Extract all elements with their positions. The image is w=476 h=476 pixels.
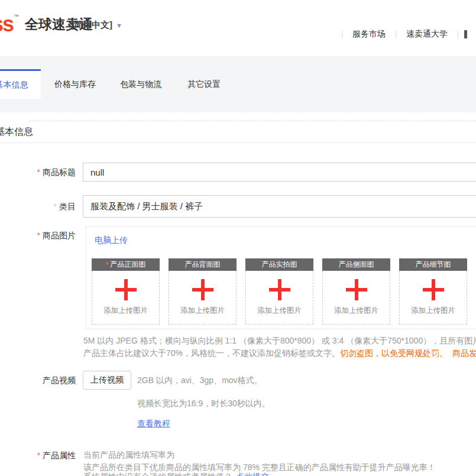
nav-item-university[interactable]: 速卖通大学 — [406, 29, 448, 40]
image-guideline-note: 产品主体占比建议大于70%，风格统一，不建议添加促销标签或文字。切勿盗图，以免受… — [83, 348, 476, 359]
section-title: 基本信息 — [0, 126, 33, 138]
label-text: 产品属性 — [43, 451, 76, 460]
slot-title: 产品细节图 — [416, 260, 451, 270]
label-text: 商品标题 — [43, 167, 76, 177]
slot-header: 产品实拍图 — [245, 258, 313, 271]
required-asterisk: * — [54, 202, 57, 211]
slot-title: 产品实拍图 — [262, 260, 297, 270]
tab-label: 基本信息 — [0, 80, 28, 90]
add-image-plus-icon — [115, 279, 137, 300]
required-asterisk: * — [37, 231, 40, 240]
image-slot-real-shot[interactable]: 产品实拍图 添加上传图片 — [245, 258, 313, 325]
slot-header: *产品正面图 — [92, 258, 160, 271]
required-asterisk: * — [37, 167, 40, 177]
upload-video-button[interactable]: 上传视频 — [83, 371, 131, 390]
dashed-divider — [30, 121, 476, 121]
slot-dropzone[interactable]: 添加上传图片 — [399, 271, 467, 325]
add-image-label: 添加上传图片 — [103, 306, 148, 316]
language-selector[interactable]: [简体中文]▼ — [71, 20, 122, 31]
guideline-text: 产品主体占比建议大于70%，风格统一，不建议添加促销标签或文字。 — [83, 348, 340, 358]
label-text: 商品图片 — [43, 231, 76, 240]
add-image-label: 添加上传图片 — [257, 306, 302, 316]
nav-divider — [458, 31, 458, 38]
product-title-label: *商品标题 — [0, 167, 76, 178]
slot-title: 产品背面图 — [185, 260, 221, 270]
add-image-label: 添加上传图片 — [334, 306, 378, 316]
add-image-plus-icon — [423, 279, 444, 300]
product-publish-page: ss™全球速卖通 [简体中文]▼ 服务市场 速卖通大学 基本信息 价格与库存 包… — [0, 0, 476, 476]
image-slot-back[interactable]: 产品背面图 添加上传图片 — [169, 258, 237, 325]
logo-wordmark: ss — [0, 12, 13, 36]
slot-dropzone[interactable]: 添加上传图片 — [169, 271, 237, 325]
slot-title: 产品侧面图 — [339, 260, 374, 270]
product-images-label: *商品图片 — [0, 231, 76, 241]
tab-basic-info[interactable]: 基本信息 — [0, 69, 41, 99]
anti-piracy-warning: 切勿盗图，以免受网规处罚。 — [340, 348, 448, 358]
view-tutorial-link[interactable]: 查看教程 — [137, 419, 170, 429]
top-nav: 服务市场 速卖通大学 — [342, 29, 467, 40]
image-slot-side[interactable]: 产品侧面图 添加上传图片 — [322, 258, 390, 325]
video-format-hint: 2GB 以内，avi、3gp、mov格式。 — [137, 375, 263, 386]
publish-rules-link[interactable]: 商品发布规 — [452, 348, 476, 358]
product-attributes-label: *产品属性 — [0, 451, 76, 461]
chevron-down-icon: ▼ — [116, 22, 122, 29]
computer-upload-link[interactable]: 电脑上传 — [95, 235, 128, 246]
nav-divider — [342, 31, 342, 38]
section-divider — [0, 143, 476, 143]
tab-packaging-logistics[interactable]: 包装与物流 — [120, 69, 161, 99]
add-image-plus-icon — [269, 279, 290, 300]
image-slot-detail[interactable]: 产品细节图 添加上传图片 — [399, 258, 467, 325]
missing-attribute-text: 系统属性中没有合适的属性或者属性值？ — [83, 472, 232, 476]
label-text: 类目 — [59, 202, 76, 211]
slot-dropzone[interactable]: 添加上传图片 — [92, 271, 160, 325]
tab-price-stock[interactable]: 价格与库存 — [54, 69, 96, 99]
slot-dropzone[interactable]: 添加上传图片 — [322, 271, 390, 325]
add-image-label: 添加上传图片 — [411, 306, 455, 316]
trademark-symbol: ™ — [14, 14, 19, 20]
nav-item-partial — [464, 30, 467, 38]
nav-item-service-market[interactable]: 服务市场 — [352, 29, 386, 40]
video-ratio-hint: 视频长宽比为16:9，时长30秒以内。 — [137, 399, 270, 409]
language-label: [简体中文] — [71, 20, 112, 30]
product-video-label: 产品视频 — [0, 375, 76, 386]
tab-band: 基本信息 价格与库存 包装与物流 其它设置 — [0, 56, 476, 112]
add-image-label: 添加上传图片 — [180, 306, 225, 316]
attribute-missing-line: 系统属性中没有合适的属性或者属性值？点此提交 — [83, 472, 476, 476]
add-image-plus-icon — [346, 279, 367, 300]
attribute-fill-rate-line: 当前产品的属性填写率为 — [83, 450, 476, 461]
slot-header: 产品背面图 — [169, 258, 237, 271]
tab-bar: 基本信息 价格与库存 包装与物流 其它设置 — [0, 69, 476, 99]
image-requirements-note: 5M 以内 JPEG 格式；横向与纵向比例 1:1 （像素大于800*800） … — [83, 336, 476, 347]
category-label: *类目 — [0, 202, 76, 212]
add-image-plus-icon — [192, 279, 213, 300]
slot-dropzone[interactable]: 添加上传图片 — [245, 271, 313, 325]
slot-title: 产品正面图 — [110, 260, 145, 270]
image-slots: *产品正面图 添加上传图片 产品背面图 添加上传图片 产品实拍图 添加上传图片 — [92, 258, 476, 325]
required-asterisk: * — [37, 451, 40, 460]
category-input[interactable] — [83, 195, 476, 218]
images-upload-panel: 电脑上传 *产品正面图 添加上传图片 产品背面图 添加上传图片 产品实拍图 — [86, 226, 476, 329]
slot-header: 产品侧面图 — [322, 258, 390, 271]
nav-divider — [396, 31, 396, 38]
submit-attribute-link[interactable]: 点此提交 — [236, 472, 269, 476]
label-text: 产品视频 — [43, 375, 76, 385]
slot-header: 产品细节图 — [399, 258, 467, 271]
product-title-input[interactable] — [83, 163, 476, 182]
required-asterisk: * — [106, 261, 109, 269]
tab-other-settings[interactable]: 其它设置 — [187, 69, 221, 99]
image-slot-front[interactable]: *产品正面图 添加上传图片 — [92, 258, 160, 325]
